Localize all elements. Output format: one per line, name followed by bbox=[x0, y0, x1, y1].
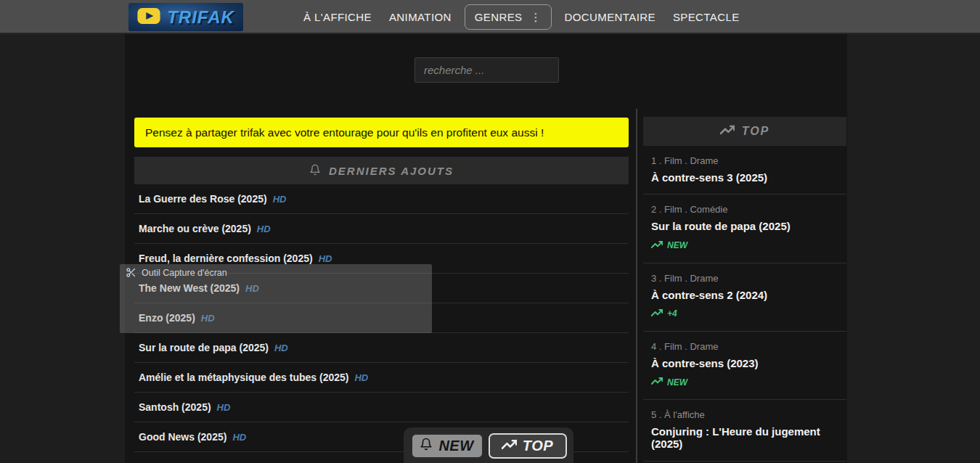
site-logo[interactable]: TRIFAK bbox=[128, 3, 243, 31]
top-ranking-header: TOP bbox=[643, 117, 846, 146]
quality-badge: HD bbox=[217, 402, 231, 413]
trend-badge-label: NEW bbox=[667, 240, 687, 250]
top-ranking-item[interactable]: 1 . Film . Drame À contre-sens 3 (2025) bbox=[643, 146, 846, 194]
top-ranking-item[interactable]: 3 . Film . Drame À contre-sens 2 (2024) … bbox=[643, 263, 846, 332]
movie-title: Good News (2025) bbox=[139, 431, 226, 443]
nav-item-documentaire[interactable]: DOCUMENTAIRE bbox=[565, 11, 656, 23]
bell-icon bbox=[309, 164, 321, 178]
snipping-tool-title: Outil Capture d'écran bbox=[142, 268, 227, 278]
trend-badge: NEW bbox=[651, 239, 842, 253]
movie-title: Santosh (2025) bbox=[139, 401, 211, 413]
latest-additions-header: DERNIERS AJOUTS bbox=[134, 157, 629, 184]
movie-title: Marche ou crève (2025) bbox=[139, 223, 251, 234]
top-button[interactable]: TOP bbox=[489, 433, 567, 459]
vertical-divider bbox=[636, 109, 637, 463]
snipping-tool-window[interactable]: Outil Capture d'écran bbox=[120, 264, 432, 333]
quality-badge: HD bbox=[274, 343, 288, 353]
trend-badge-label: +4 bbox=[667, 308, 677, 319]
ranking-meta: 2 . Film . Comédie bbox=[651, 204, 842, 215]
search-input[interactable] bbox=[415, 57, 559, 83]
trend-badge: NEW bbox=[651, 375, 842, 389]
ranking-meta: 1 . Film . Drame bbox=[651, 155, 842, 166]
trending-up-icon bbox=[651, 239, 663, 253]
nav-item-spectacle[interactable]: SPECTACLE bbox=[673, 11, 740, 23]
movie-list-item[interactable]: La Guerre des Rose (2025) HD bbox=[134, 184, 629, 214]
quality-badge: HD bbox=[354, 372, 368, 383]
movie-title: La Guerre des Rose (2025) bbox=[139, 193, 267, 205]
movie-list-item[interactable]: Sur la route de papa (2025) HD bbox=[134, 333, 629, 363]
ranking-meta: 3 . Film . Drame bbox=[651, 273, 842, 284]
movie-title: Sur la route de papa (2025) bbox=[139, 342, 269, 353]
bell-icon bbox=[420, 438, 433, 454]
ranking-meta: 5 . À l'affiche bbox=[651, 409, 842, 420]
quality-badge: HD bbox=[273, 194, 287, 205]
ranking-title: Sur la route de papa (2025) bbox=[651, 220, 842, 232]
nav-item-a-laffiche[interactable]: À L'AFFICHE bbox=[303, 11, 372, 23]
ranking-title: À contre-sens (2023) bbox=[651, 357, 842, 369]
movie-title: Freud, la dernière confession (2025) bbox=[139, 253, 313, 264]
ranking-title: Conjuring : L'Heure du jugement (2025) bbox=[651, 425, 842, 451]
trend-badge-label: NEW bbox=[667, 377, 687, 388]
top-ranking-item[interactable]: 4 . Film . Drame À contre-sens (2023) NE… bbox=[643, 332, 846, 400]
vertical-dots-icon: ⋮ bbox=[531, 14, 542, 21]
scissors-icon bbox=[126, 267, 136, 278]
latest-additions-title: DERNIERS AJOUTS bbox=[329, 165, 454, 177]
top-ranking-list: 1 . Film . Drame À contre-sens 3 (2025) … bbox=[643, 146, 846, 462]
quality-badge: HD bbox=[319, 253, 332, 264]
new-button[interactable]: NEW bbox=[411, 433, 483, 459]
movie-list-item[interactable]: Amélie et la métaphysique des tubes (202… bbox=[134, 363, 629, 393]
new-button-label: NEW bbox=[438, 438, 473, 454]
quality-badge: HD bbox=[232, 432, 246, 443]
top-ranking-item[interactable]: 2 . Film . Comédie Sur la route de papa … bbox=[643, 194, 846, 263]
play-icon bbox=[137, 8, 160, 27]
trending-up-icon bbox=[651, 375, 663, 389]
share-banner: Pensez à partager trifak avec votre ento… bbox=[134, 118, 629, 147]
top-button-label: TOP bbox=[523, 438, 553, 454]
movie-title: Amélie et la métaphysique des tubes (202… bbox=[139, 372, 348, 383]
logo-text: TRIFAK bbox=[167, 7, 234, 28]
trending-up-icon bbox=[720, 123, 735, 140]
trending-up-icon bbox=[502, 437, 517, 456]
top-ranking-item[interactable]: 5 . À l'affiche Conjuring : L'Heure du j… bbox=[643, 400, 846, 462]
movie-list-item[interactable]: Marche ou crève (2025) HD bbox=[134, 214, 629, 244]
bottom-floating-nav: NEW TOP bbox=[404, 427, 573, 463]
nav-item-animation[interactable]: ANIMATION bbox=[389, 11, 452, 23]
navbar: TRIFAK À L'AFFICHE ANIMATION GENRES ⋮ DO… bbox=[0, 0, 980, 34]
nav-menu: À L'AFFICHE ANIMATION GENRES ⋮ DOCUMENTA… bbox=[303, 0, 740, 34]
nav-item-genres[interactable]: GENRES ⋮ bbox=[465, 4, 552, 30]
quality-badge: HD bbox=[257, 224, 271, 234]
movie-list-item[interactable]: Santosh (2025) HD bbox=[134, 393, 629, 422]
ranking-meta: 4 . Film . Drame bbox=[651, 341, 842, 352]
ranking-title: À contre-sens 3 (2025) bbox=[651, 171, 842, 184]
trending-up-icon bbox=[651, 307, 663, 321]
top-ranking-title: TOP bbox=[742, 125, 770, 138]
nav-item-genres-label: GENRES bbox=[475, 11, 523, 23]
page: TRIFAK À L'AFFICHE ANIMATION GENRES ⋮ DO… bbox=[0, 0, 980, 463]
ranking-title: À contre-sens 2 (2024) bbox=[651, 289, 842, 301]
trend-badge: +4 bbox=[651, 307, 842, 321]
snipping-tool-titlebar: Outil Capture d'écran bbox=[120, 264, 432, 278]
